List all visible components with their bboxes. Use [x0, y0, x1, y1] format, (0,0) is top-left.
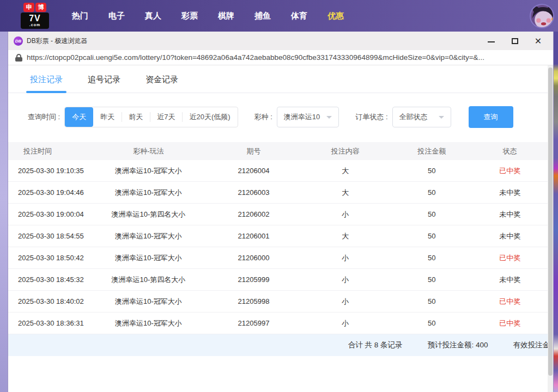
time-filter-label: 查询时间 : [28, 112, 60, 122]
minimize-button[interactable] [487, 37, 495, 45]
close-icon: ✕ [534, 37, 542, 45]
cell-bet-time: 2025-03-30 18:45:32 [8, 275, 89, 284]
cell-bet-amount: 50 [391, 188, 472, 197]
logo-suffix-text: .com [21, 23, 49, 27]
cell-status: 已中奖 [472, 166, 548, 176]
time-range-group: 今天 昨天 前天 近7天 近20天(低频) [64, 107, 238, 127]
cell-bet-time: 2025-03-30 18:50:42 [8, 254, 89, 262]
cell-bet-amount: 50 [391, 210, 472, 218]
cell-bet-amount: 50 [391, 232, 472, 240]
cell-game-play: 澳洲幸运10-冠军大小 [89, 253, 208, 263]
record-tab[interactable]: 资金记录 [145, 75, 178, 93]
cell-bet-amount: 50 [391, 319, 472, 327]
record-tab[interactable]: 追号记录 [88, 75, 120, 93]
maximize-button[interactable] [511, 37, 519, 45]
cell-bet-time: 2025-03-30 18:36:31 [8, 319, 89, 327]
time-range-option[interactable]: 今天 [65, 107, 93, 127]
lock-icon [15, 54, 22, 62]
site-logo[interactable]: 申 博 7V .com [21, 3, 49, 29]
cell-status: 未中奖 [472, 210, 548, 219]
cell-bet-amount: 50 [391, 254, 472, 262]
nav-menu-item[interactable]: 捕鱼 [254, 11, 271, 21]
lottery-filter-label: 彩种 : [254, 112, 272, 122]
desktop-wallpaper-sliver [554, 32, 558, 392]
cell-issue: 21206004 [208, 167, 299, 175]
cell-status: 未中奖 [472, 231, 548, 241]
table-row: 2025-03-30 18:54:55 澳洲幸运10-冠军大小 21206001… [8, 225, 548, 247]
cell-bet-content: 小 [300, 297, 391, 307]
cell-issue: 21206003 [208, 188, 299, 197]
cell-bet-time: 2025-03-30 19:00:04 [8, 210, 89, 218]
time-range-option[interactable]: 前天 [122, 107, 150, 127]
cell-bet-time: 2025-03-30 19:10:35 [8, 167, 89, 175]
cell-status: 已中奖 [472, 253, 548, 263]
cell-game-play: 澳洲幸运10-冠军大小 [89, 188, 208, 198]
summary-expected-amount: 预计投注金额: 400 [427, 340, 488, 350]
cell-game-play: 澳洲幸运10-冠军大小 [89, 318, 208, 328]
table-row: 2025-03-30 18:50:42 澳洲幸运10-冠军大小 21206000… [8, 247, 548, 269]
cell-bet-content: 大 [300, 166, 391, 176]
time-range-option[interactable]: 近20天(低频) [182, 107, 237, 127]
cell-bet-amount: 50 [391, 167, 472, 175]
window-titlebar[interactable]: DB DB彩票 - 极速浏览器 ✕ [8, 32, 553, 50]
site-navbar: 申 博 7V .com 热门 电子 真人 彩票 棋牌 捕鱼 体育 优惠 [0, 0, 558, 32]
cell-bet-time: 2025-03-30 19:04:46 [8, 188, 89, 197]
nav-menu-item[interactable]: 优惠 [327, 11, 344, 21]
header-issue: 期号 [208, 146, 299, 156]
nav-menu-item[interactable]: 彩票 [181, 11, 198, 21]
logo-badge-left: 申 [23, 3, 34, 12]
order-status-select[interactable]: 全部状态 [392, 107, 451, 127]
header-bet-content: 投注内容 [300, 146, 391, 156]
scrollbar-thumb[interactable] [548, 68, 553, 376]
header-bet-amount: 投注金额 [391, 146, 472, 156]
close-button[interactable]: ✕ [534, 37, 542, 45]
chevron-down-icon [439, 116, 444, 119]
scrollbar[interactable] [548, 65, 553, 392]
cell-bet-content: 小 [300, 210, 391, 219]
table-row: 2025-03-30 19:00:04 澳洲幸运10-第四名大小 2120600… [8, 204, 548, 225]
table-row: 2025-03-30 18:36:31 澳洲幸运10-冠军大小 21205997… [8, 313, 548, 334]
user-avatar[interactable] [530, 4, 554, 28]
cell-bet-content: 大 [300, 188, 391, 198]
cell-status: 已中奖 [472, 318, 548, 328]
cell-bet-content: 小 [300, 253, 391, 263]
logo-main-text: 7V [21, 14, 49, 23]
cell-bet-content: 大 [300, 231, 391, 241]
header-bet-time: 投注时间 [8, 146, 89, 156]
avatar-illustration [531, 5, 554, 28]
time-range-option[interactable]: 昨天 [93, 107, 122, 127]
cell-issue: 21206000 [208, 254, 299, 262]
cell-bet-time: 2025-03-30 18:54:55 [8, 232, 89, 240]
maximize-icon [512, 38, 518, 44]
lottery-select-value: 澳洲幸运10 [284, 112, 320, 122]
record-tab[interactable]: 投注记录 [30, 75, 63, 93]
header-game-play: 彩种-玩法 [89, 146, 208, 156]
browser-window: DB DB彩票 - 极速浏览器 ✕ https://ctopcp02pcali.… [8, 32, 554, 392]
url-text[interactable]: https://ctopcp02pcali.uengi5e.com/lotter… [27, 53, 546, 62]
filter-bar: 查询时间 : 今天 昨天 前天 近7天 近20天(低频) 彩种 : 澳洲幸运10 [28, 106, 548, 128]
summary-bar: 合计 共 8 条记录 预计投注金额: 400 有效投注金 [8, 334, 548, 356]
time-range-option[interactable]: 近7天 [150, 107, 182, 127]
cell-issue: 21205998 [208, 297, 299, 305]
header-status: 状态 [472, 146, 548, 156]
cell-issue: 21206002 [208, 210, 299, 218]
nav-menu-item[interactable]: 热门 [72, 11, 88, 21]
table-body: 2025-03-30 19:10:35 澳洲幸运10-冠军大小 21206004… [8, 160, 548, 334]
table-row: 2025-03-30 19:04:46 澳洲幸运10-冠军大小 21206003… [8, 182, 548, 204]
query-button[interactable]: 查询 [469, 106, 513, 128]
nav-menu-item[interactable]: 电子 [108, 11, 125, 21]
page-content: 投注记录 追号记录 资金记录 查询时间 : 今天 昨天 前天 近7天 近20天(… [8, 65, 548, 392]
nav-menu-item[interactable]: 体育 [291, 11, 307, 21]
logo-badge-right: 博 [35, 3, 46, 12]
cell-issue: 21206001 [208, 232, 299, 240]
nav-menu-item[interactable]: 棋牌 [218, 11, 234, 21]
window-title: DB彩票 - 极速浏览器 [27, 36, 87, 46]
lottery-select[interactable]: 澳洲幸运10 [277, 107, 339, 127]
table-header: 投注时间 彩种-玩法 期号 投注内容 投注金额 状态 [8, 142, 548, 160]
nav-menu-item[interactable]: 真人 [145, 11, 161, 21]
cell-issue: 21205999 [208, 275, 299, 284]
url-bar[interactable]: https://ctopcp02pcali.uengi5e.com/lotter… [8, 50, 553, 65]
status-filter-label: 订单状态 : [355, 112, 387, 122]
cell-game-play: 澳洲幸运10-第四名大小 [89, 210, 208, 219]
cell-game-play: 澳洲幸运10-第四名大小 [89, 275, 208, 285]
